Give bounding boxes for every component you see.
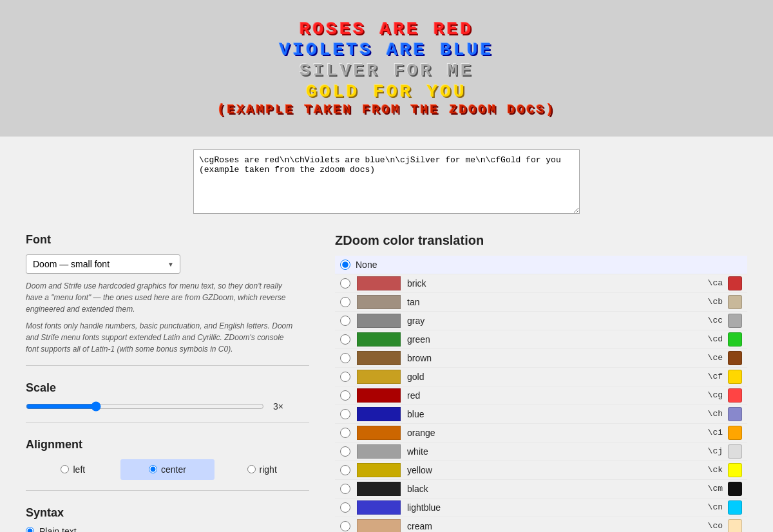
color-code-blue: \ch (694, 409, 723, 419)
syntax-plain-radio[interactable] (26, 527, 34, 532)
align-center-radio[interactable] (149, 465, 157, 473)
preview-line-2: VIOLETS ARE BLUE (217, 40, 555, 61)
color-name-white: white (407, 446, 694, 457)
color-swatch-red (357, 388, 401, 403)
color-radio-black[interactable] (340, 484, 350, 494)
align-center[interactable]: center (120, 459, 215, 480)
color-none-row[interactable]: None (335, 256, 747, 274)
color-row[interactable]: white\cj (335, 442, 747, 461)
syntax-section: Syntax Plain text (26, 506, 309, 532)
text-input[interactable]: \cgRoses are red\n\chViolets are blue\n\… (193, 149, 580, 214)
color-name-yellow: yellow (407, 465, 694, 475)
color-code-orange: \ci (694, 428, 723, 437)
color-radio-orange[interactable] (340, 428, 350, 438)
textarea-section: \cgRoses are red\n\chViolets are blue\n\… (26, 149, 747, 214)
preview-area: ROSES ARE RED VIOLETS ARE BLUE SILVER FO… (0, 0, 773, 137)
color-row[interactable]: gray\cc (335, 312, 747, 330)
color-row[interactable]: red\cg (335, 386, 747, 405)
color-none-radio[interactable] (340, 260, 350, 270)
syntax-plain-option[interactable]: Plain text (26, 526, 309, 532)
font-title: Font (26, 233, 309, 247)
color-name-black: black (407, 484, 694, 494)
color-swatch-brown (357, 351, 401, 365)
color-dot-black (728, 482, 742, 496)
color-row[interactable]: blue\ch (335, 405, 747, 424)
color-dot-yellow (728, 463, 742, 477)
color-name-brown: brown (407, 353, 694, 363)
color-row[interactable]: gold\cf (335, 368, 747, 386)
color-radio-white[interactable] (340, 446, 350, 457)
color-row[interactable]: tan\cb (335, 293, 747, 312)
scale-slider[interactable] (26, 401, 264, 412)
color-swatch-orange (357, 426, 401, 440)
color-swatch-yellow (357, 463, 401, 477)
color-code-green: \cd (694, 334, 723, 344)
color-code-gray: \cc (694, 316, 723, 325)
align-left-label: left (73, 464, 85, 475)
color-name-gold: gold (407, 372, 694, 382)
syntax-title: Syntax (26, 506, 309, 520)
color-swatch-cream (357, 519, 401, 532)
color-radio-gold[interactable] (340, 372, 350, 382)
color-rows-container: brick\catan\cbgray\ccgreen\cdbrown\cegol… (335, 274, 747, 532)
alignment-title: Alignment (26, 438, 309, 451)
align-right-radio[interactable] (247, 465, 256, 473)
color-code-white: \cj (694, 446, 723, 456)
preview-line-1: ROSES ARE RED (217, 19, 555, 40)
align-left[interactable]: left (26, 459, 120, 480)
color-name-orange: orange (407, 428, 694, 438)
color-row[interactable]: green\cd (335, 330, 747, 349)
color-swatch-green (357, 332, 401, 347)
scale-title: Scale (26, 381, 309, 395)
color-dot-blue (728, 407, 742, 421)
color-row[interactable]: brown\ce (335, 349, 747, 368)
align-right[interactable]: right (215, 459, 309, 480)
color-table-title: ZDoom color translation (335, 233, 747, 248)
color-dot-gray (728, 314, 742, 328)
color-name-cream: cream (407, 521, 694, 531)
color-radio-gray[interactable] (340, 316, 350, 326)
color-radio-cream[interactable] (340, 521, 350, 531)
color-row[interactable]: brick\ca (335, 274, 747, 293)
color-swatch-black (357, 482, 401, 496)
color-radio-red[interactable] (340, 390, 350, 401)
color-dot-brown (728, 351, 742, 365)
preview-line-5: (EXAMPLE TAKEN FROM THE ZDOOM DOCS) (217, 102, 555, 117)
color-name-green: green (407, 334, 694, 345)
color-row[interactable]: cream\co (335, 517, 747, 532)
color-row[interactable]: orange\ci (335, 424, 747, 442)
color-name-red: red (407, 390, 694, 401)
color-code-brick: \ca (694, 278, 723, 288)
font-select-wrapper: Doom — small font Doom — big font Consol… (26, 254, 180, 274)
font-select[interactable]: Doom — small font Doom — big font Consol… (26, 254, 180, 274)
color-radio-brown[interactable] (340, 353, 350, 363)
color-code-yellow: \ck (694, 465, 723, 475)
color-row[interactable]: black\cm (335, 480, 747, 499)
align-right-label: right (260, 464, 277, 475)
color-swatch-white (357, 444, 401, 459)
color-code-cream: \co (694, 521, 723, 531)
color-swatch-tan (357, 295, 401, 309)
color-code-lightblue: \cn (694, 502, 723, 512)
color-row[interactable]: yellow\ck (335, 461, 747, 480)
color-radio-yellow[interactable] (340, 465, 350, 475)
scale-value: 3× (273, 401, 283, 412)
preview-line-4: GOLD FOR YOU (217, 82, 555, 102)
alignment-options: left center right (26, 459, 309, 480)
color-radio-tan[interactable] (340, 297, 350, 307)
color-dot-gold (728, 370, 742, 384)
font-section: Font Doom — small font Doom — big font C… (26, 233, 309, 355)
align-left-radio[interactable] (61, 465, 69, 473)
color-dot-green (728, 332, 742, 347)
color-radio-blue[interactable] (340, 409, 350, 419)
color-radio-green[interactable] (340, 334, 350, 345)
color-code-brown: \ce (694, 353, 723, 363)
color-radio-lightblue[interactable] (340, 502, 350, 513)
color-radio-brick[interactable] (340, 278, 350, 289)
color-dot-orange (728, 426, 742, 440)
color-row[interactable]: lightblue\cn (335, 499, 747, 517)
scale-section: Scale 3× (26, 381, 309, 412)
color-dot-brick (728, 276, 742, 290)
color-code-tan: \cb (694, 297, 723, 307)
color-dot-tan (728, 295, 742, 309)
